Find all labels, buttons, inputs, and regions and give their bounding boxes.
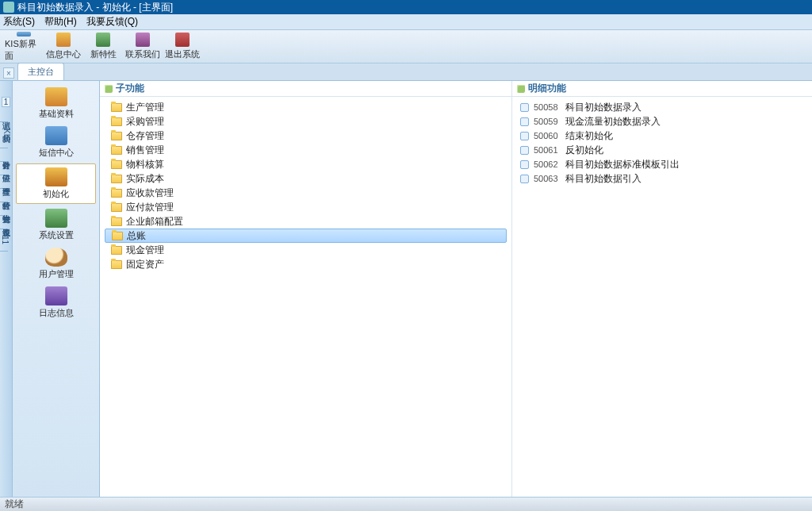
window-title: 科目初始数据录入 - 初始化 - [主界面] [17, 1, 173, 14]
sub-function-item[interactable]: 销售管理 [100, 143, 511, 157]
sub-function-item[interactable]: 固定资产 [100, 257, 511, 271]
item-label: 科目初始数据录入 [565, 101, 642, 114]
nav-label: 短信中心 [39, 147, 74, 159]
folder-icon [111, 175, 122, 183]
item-icon [520, 117, 529, 126]
sub-function-title: 子功能 [116, 82, 144, 95]
toolbar-home[interactable]: KIS新界面 [5, 32, 43, 62]
left-strip-item[interactable]: 11 [0, 231, 10, 249]
detail-function-panel: 明细功能 50058科目初始数据录入50059现金流量初始数据录入50060结束… [512, 81, 812, 497]
sub-function-item[interactable]: 应付款管理 [100, 200, 511, 214]
detail-function-header: 明细功能 [512, 81, 812, 97]
detail-function-item[interactable]: 50061反初始化 [512, 143, 812, 157]
menu-feedback[interactable]: 我要反馈(Q) [86, 15, 138, 29]
folder-icon [112, 232, 123, 240]
detail-function-item[interactable]: 50062科目初始数据标准模板引出 [512, 157, 812, 171]
nav-label: 系统设置 [39, 229, 74, 241]
home-icon [17, 32, 31, 36]
app-icon [3, 2, 14, 13]
left-strip-item[interactable]: 财务会计 [0, 150, 13, 159]
tab-close-button[interactable]: × [3, 67, 14, 79]
detail-function-title: 明细功能 [528, 82, 566, 95]
contact-icon [136, 33, 150, 47]
nav-icon [45, 87, 67, 106]
left-strip-item[interactable]: 先进智物 [0, 204, 13, 213]
nav-icon [45, 167, 67, 186]
left-strip-item[interactable]: 系统设置 [0, 217, 13, 227]
detail-function-item[interactable]: 50063科目初始数据引入 [512, 171, 812, 186]
folder-icon [111, 146, 122, 155]
nav-label: 基础资料 [39, 108, 74, 120]
detail-function-item[interactable]: 50058科目初始数据录入 [512, 100, 812, 114]
nav-icon [45, 286, 67, 305]
left-strip: 1 测试我的KIS财务会计供应链生产管理经营分析先进智物系统设置11 [0, 81, 13, 497]
toolbar-new[interactable]: 新特性 [84, 32, 122, 62]
item-code: 50062 [534, 159, 565, 169]
item-label: 科目初始数据标准模板引出 [565, 158, 680, 171]
nav-item-2[interactable]: 初始化 [16, 163, 96, 204]
menu-help[interactable]: 帮助(H) [44, 15, 77, 29]
nav-item-5[interactable]: 日志信息 [13, 283, 99, 322]
toolbar-info[interactable]: 信息中心 [44, 32, 82, 62]
toolbar-exit[interactable]: 退出系统 [163, 32, 201, 62]
sub-function-item[interactable]: 生产管理 [100, 100, 511, 114]
item-icon [520, 132, 529, 140]
left-strip-item[interactable]: 经营分析 [0, 190, 13, 200]
nav-item-0[interactable]: 基础资料 [13, 84, 99, 123]
exit-icon [175, 33, 190, 47]
nav-icon [45, 126, 67, 145]
nav-item-4[interactable]: 用户管理 [13, 244, 99, 283]
item-label: 反初始化 [565, 144, 603, 157]
sub-function-item[interactable]: 采购管理 [100, 114, 511, 129]
item-code: 50063 [534, 174, 565, 183]
item-code: 50059 [534, 117, 565, 126]
left-strip-item[interactable]: 生产管理 [0, 177, 13, 186]
title-bar: 科目初始数据录入 - 初始化 - [主界面] [0, 0, 812, 14]
folder-icon [111, 160, 122, 169]
item-icon [520, 146, 529, 155]
item-code: 50061 [534, 145, 565, 155]
item-icon [520, 160, 529, 169]
nav-item-3[interactable]: 系统设置 [13, 206, 99, 244]
nav-icon [45, 248, 67, 267]
menu-system[interactable]: 系统(S) [3, 15, 35, 29]
bullet-icon [517, 85, 525, 93]
item-label: 科目初始数据引入 [565, 172, 642, 186]
sub-function-panel: 子功能 生产管理采购管理仓存管理销售管理物料核算实际成本应收款管理应付款管理企业… [100, 81, 512, 497]
item-code: 50058 [534, 102, 565, 112]
nav-label: 日志信息 [39, 307, 74, 319]
folder-icon [111, 203, 122, 212]
item-code: 50060 [534, 131, 565, 140]
left-strip-item[interactable]: 我的KIS [0, 124, 13, 146]
info-icon [56, 33, 71, 47]
folder-icon [111, 260, 122, 269]
sub-function-item[interactable]: 企业邮箱配置 [100, 214, 511, 229]
folder-icon [111, 117, 122, 126]
nav-icon [45, 209, 67, 228]
sub-function-item[interactable]: 应收款管理 [100, 186, 511, 200]
item-icon [520, 175, 529, 183]
nav-label: 用户管理 [39, 268, 74, 280]
sub-function-item[interactable]: 物料核算 [100, 157, 511, 171]
status-bar: 就绪 [0, 497, 812, 511]
detail-function-item[interactable]: 50059现金流量初始数据录入 [512, 114, 812, 129]
sub-function-item[interactable]: 实际成本 [100, 171, 511, 186]
tab-main[interactable]: 主控台 [17, 63, 64, 80]
sub-function-item[interactable]: 总账 [105, 229, 507, 243]
left-strip-item[interactable]: 测试 [0, 110, 13, 120]
item-label: 结束初始化 [565, 129, 613, 143]
new-icon [96, 33, 110, 47]
nav-item-1[interactable]: 短信中心 [13, 123, 99, 162]
menu-bar: 系统(S) 帮助(H) 我要反馈(Q) [0, 14, 812, 30]
bullet-icon [105, 85, 113, 93]
toolbar: KIS新界面 信息中心 新特性 联系我们 退出系统 [0, 30, 812, 63]
sub-function-item[interactable]: 现金管理 [100, 243, 511, 257]
sub-function-item[interactable]: 仓存管理 [100, 129, 511, 143]
detail-function-item[interactable]: 50060结束初始化 [512, 129, 812, 143]
item-icon [520, 103, 529, 112]
folder-icon [111, 246, 122, 255]
left-strip-item[interactable]: 供应链 [0, 163, 13, 173]
status-left: 就绪 [5, 498, 24, 511]
toolbar-contact[interactable]: 联系我们 [124, 32, 162, 62]
left-strip-badge[interactable]: 1 [2, 97, 11, 107]
